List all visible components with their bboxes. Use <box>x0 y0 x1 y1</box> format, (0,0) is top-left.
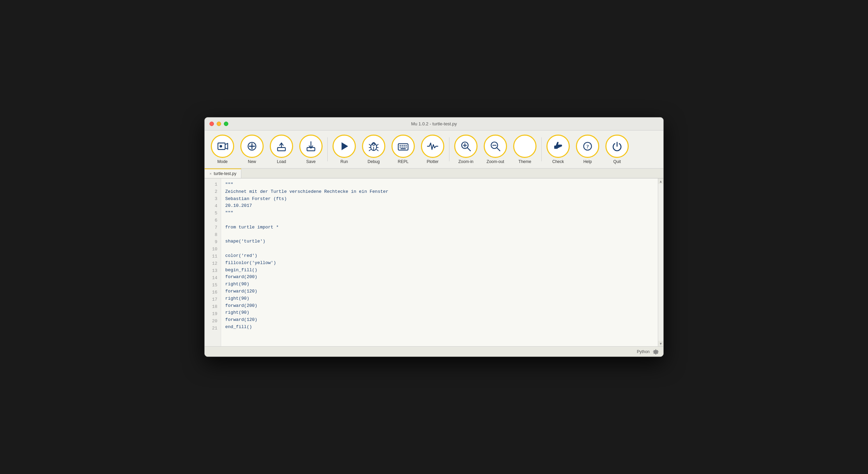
zoom-in-button[interactable]: Zoom-in <box>451 133 480 165</box>
svg-rect-28 <box>400 148 406 149</box>
mode-svg <box>216 140 229 153</box>
divider-1 <box>327 137 328 161</box>
check-icon <box>546 135 570 158</box>
repl-button[interactable]: REPL <box>389 133 418 165</box>
line-number: 3 <box>205 196 221 203</box>
run-label: Run <box>340 159 348 164</box>
svg-line-16 <box>369 150 371 151</box>
check-label: Check <box>552 159 564 164</box>
zoom-out-icon <box>484 135 507 158</box>
debug-icon <box>362 135 385 158</box>
help-icon: ? <box>576 135 599 158</box>
close-button[interactable] <box>209 122 214 126</box>
mode-label: Mode <box>217 159 228 164</box>
traffic-lights <box>209 122 228 126</box>
quit-icon <box>605 135 629 158</box>
svg-rect-24 <box>400 147 401 148</box>
tab-close-icon[interactable]: × <box>209 172 212 176</box>
scrollbar-track[interactable] <box>658 184 663 341</box>
plotter-svg <box>426 140 439 153</box>
line-number: 18 <box>205 303 221 311</box>
svg-line-12 <box>369 144 371 146</box>
debug-svg <box>367 140 380 153</box>
check-button[interactable]: Check <box>544 133 572 165</box>
mode-icon <box>211 135 234 158</box>
debug-button[interactable]: Debug <box>359 133 388 165</box>
line-number: 5 <box>205 210 221 217</box>
help-svg: ? <box>581 140 594 153</box>
line-number: 16 <box>205 289 221 296</box>
zoom-out-button[interactable]: Zoom-out <box>481 133 510 165</box>
run-button[interactable]: Run <box>330 133 359 165</box>
quit-button[interactable]: Quit <box>603 133 631 165</box>
save-label: Save <box>306 159 315 164</box>
theme-svg <box>518 140 531 153</box>
svg-line-34 <box>497 148 500 151</box>
svg-line-30 <box>467 148 471 151</box>
theme-button[interactable]: Theme <box>510 133 539 165</box>
load-label: Load <box>277 159 286 164</box>
maximize-button[interactable] <box>224 122 228 126</box>
language-label: Python <box>637 349 650 354</box>
svg-rect-22 <box>403 145 405 146</box>
line-number: 14 <box>205 275 221 282</box>
line-number: 1 <box>205 181 221 188</box>
line-number: 12 <box>205 260 221 267</box>
theme-icon <box>513 135 537 158</box>
zoom-in-label: Zoom-in <box>458 159 473 164</box>
line-number: 19 <box>205 311 221 318</box>
tab-turtle-test[interactable]: × turtle-test.py <box>205 169 241 178</box>
divider-2 <box>449 137 449 161</box>
scroll-up-arrow[interactable]: ▲ <box>658 178 663 184</box>
repl-label: REPL <box>398 159 408 164</box>
code-editor[interactable]: """ Zeichnet mit der Turtle verschiedene… <box>221 178 658 346</box>
new-icon <box>240 135 264 158</box>
line-number: 17 <box>205 296 221 303</box>
svg-rect-23 <box>406 145 407 146</box>
svg-line-17 <box>377 150 378 151</box>
svg-text:?: ? <box>586 144 589 149</box>
repl-svg <box>397 140 410 153</box>
save-button[interactable]: Save <box>297 133 325 165</box>
new-svg <box>245 140 258 153</box>
load-button[interactable]: Load <box>267 133 296 165</box>
title-bar: Mu 1.0.2 - turtle-test.py <box>205 117 663 130</box>
help-label: Help <box>583 159 592 164</box>
settings-icon[interactable] <box>652 348 659 356</box>
plotter-icon <box>421 135 444 158</box>
quit-svg <box>611 140 624 153</box>
svg-rect-26 <box>403 147 405 148</box>
divider-3 <box>541 137 542 161</box>
plotter-button[interactable]: Plotter <box>418 133 447 165</box>
line-number: 11 <box>205 253 221 260</box>
minimize-button[interactable] <box>217 122 221 126</box>
svg-rect-27 <box>406 147 407 148</box>
line-number: 8 <box>205 232 221 239</box>
gear-svg <box>652 348 659 354</box>
svg-marker-9 <box>341 142 348 150</box>
svg-rect-20 <box>400 145 401 146</box>
run-svg <box>338 140 351 153</box>
zoom-in-svg <box>459 140 472 153</box>
line-number: 15 <box>205 282 221 289</box>
line-numbers: 123456789101112131415161718192021 <box>205 178 221 346</box>
svg-rect-21 <box>401 145 403 146</box>
svg-point-11 <box>372 143 375 146</box>
tabs-bar: × turtle-test.py <box>205 169 663 178</box>
window-title: Mu 1.0.2 - turtle-test.py <box>411 121 457 126</box>
new-button[interactable]: New <box>238 133 266 165</box>
svg-point-1 <box>219 145 222 148</box>
debug-label: Debug <box>367 159 379 164</box>
line-number: 4 <box>205 203 221 210</box>
svg-rect-25 <box>401 147 403 148</box>
toolbar: Mode New Load <box>205 130 663 169</box>
tab-filename: turtle-test.py <box>214 171 236 176</box>
line-number: 21 <box>205 325 221 332</box>
zoom-out-svg <box>489 140 502 153</box>
mode-button[interactable]: Mode <box>208 133 237 165</box>
new-label: New <box>248 159 256 164</box>
scroll-down-arrow[interactable]: ▼ <box>658 341 663 346</box>
scrollbar[interactable]: ▲ ▼ <box>658 178 663 346</box>
help-button[interactable]: ? Help <box>573 133 602 165</box>
run-icon <box>333 135 356 158</box>
